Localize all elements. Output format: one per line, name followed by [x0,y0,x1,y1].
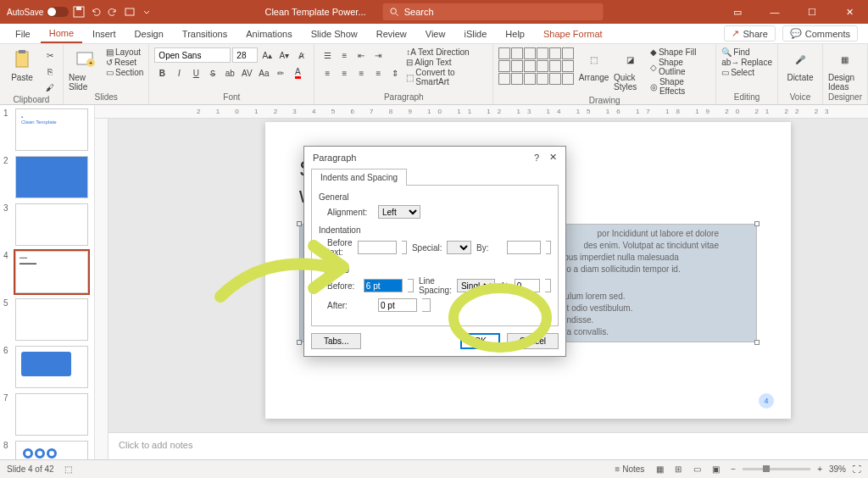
decrease-font-icon[interactable]: A▾ [276,47,292,63]
strikethrough-icon[interactable]: S̶ [205,65,220,81]
reading-view-icon[interactable]: ▭ [688,463,705,476]
justify-icon[interactable]: ≡ [370,65,386,81]
underline-icon[interactable]: U [188,65,203,81]
cut-icon[interactable]: ✂ [42,47,58,63]
zoom-value[interactable]: 39% [829,464,846,474]
align-text-button[interactable]: ⊟ Align Text [406,58,487,67]
copy-icon[interactable]: ⎘ [42,64,58,79]
special-select[interactable] [447,241,471,254]
spinner[interactable] [545,279,551,292]
indent-left-icon[interactable]: ⇤ [353,47,369,63]
lang-indicator[interactable]: ⬚ [64,464,72,474]
by-input[interactable] [507,241,541,254]
thumbnail-8[interactable] [15,441,88,459]
align-right-icon[interactable]: ≡ [353,65,369,81]
dictate-button[interactable]: 🎤 Dictate [783,47,817,82]
shadow-icon[interactable]: ab [222,65,237,81]
font-color-icon[interactable]: A [290,65,305,81]
bullets-icon[interactable]: ☰ [320,47,335,63]
spinner[interactable] [546,241,551,254]
notes-area[interactable]: Click to add notes [108,432,868,459]
font-size-input[interactable] [232,47,258,63]
align-center-icon[interactable]: ≡ [337,65,352,81]
new-slide-button[interactable]: + New Slide [69,47,103,92]
increase-font-icon[interactable]: A▴ [259,47,275,63]
tab-indents-spacing[interactable]: Indents and Spacing [311,169,407,186]
sorter-view-icon[interactable]: ⊞ [670,463,687,476]
thumbnail-7[interactable] [15,393,88,436]
arrange-button[interactable]: ⬚ Arrange [577,47,610,82]
zoom-in-icon[interactable]: + [817,464,822,474]
numbering-icon[interactable]: ≡ [337,47,352,63]
tab-design[interactable]: Design [126,25,172,42]
maximize-icon[interactable]: ☐ [793,0,831,24]
before-input[interactable] [364,279,403,292]
tab-shape-format[interactable]: Shape Format [535,25,611,42]
spinner[interactable] [422,298,431,312]
normal-view-icon[interactable]: ▦ [651,463,668,476]
search-box[interactable] [383,3,604,20]
section-button[interactable]: ▭ Section [106,68,143,77]
select-button[interactable]: ▭ Select [721,68,772,77]
ribbon-options-icon[interactable]: ▭ [719,0,756,24]
smartart-button[interactable]: ⬚ Convert to SmartArt [406,68,487,86]
thumbnail-4[interactable]: ━━━▬▬▬▬ [15,251,88,293]
font-name-input[interactable] [154,47,231,63]
after-input[interactable] [378,298,417,312]
tab-transitions[interactable]: Transitions [174,25,236,42]
find-button[interactable]: 🔍 Find [721,47,772,57]
tab-animations[interactable]: Animations [237,25,300,42]
design-ideas-button[interactable]: ▦ Design Ideas [828,47,862,92]
spacing-icon[interactable]: AV [239,65,254,81]
dialog-close-icon[interactable]: ✕ [549,152,557,163]
format-painter-icon[interactable]: 🖌 [42,80,58,95]
redo-icon[interactable] [106,5,120,19]
text-direction-button[interactable]: ↕A Text Direction [406,47,487,57]
spinner[interactable] [402,241,407,254]
dialog-help-icon[interactable]: ? [534,153,539,163]
zoom-out-icon[interactable]: − [731,464,736,474]
notes-button[interactable]: ≡ Notes [615,464,645,474]
spinner[interactable] [408,279,414,292]
tab-slideshow[interactable]: Slide Show [303,25,366,42]
line-spacing-select[interactable]: Singl [457,279,495,292]
thumbnail-panel[interactable]: 1▪Clean Template 2 3 4━━━▬▬▬▬ 5 6 7 8 [0,105,95,459]
at-input[interactable] [515,279,540,292]
tab-help[interactable]: Help [497,25,533,42]
tab-file[interactable]: File [7,25,39,42]
tab-insert[interactable]: Insert [84,25,125,42]
paste-button[interactable]: Paste [5,47,39,82]
italic-icon[interactable]: I [171,65,186,81]
slideshow-view-icon[interactable]: ▣ [707,463,724,476]
quick-styles-button[interactable]: ◪ Quick Styles [614,47,647,92]
align-left-icon[interactable]: ≡ [320,65,335,81]
shape-fill-button[interactable]: ◆ Shape Fill [650,47,710,57]
share-button[interactable]: ↗Share [724,25,775,42]
line-spacing-icon[interactable]: ⇕ [387,65,403,81]
thumbnail-3[interactable] [15,203,88,246]
highlight-icon[interactable]: ✏ [273,65,288,81]
qat-dropdown-icon[interactable] [140,5,153,19]
save-icon[interactable] [72,5,86,19]
bold-icon[interactable]: B [154,65,170,81]
thumbnail-5[interactable] [15,298,88,341]
search-input[interactable] [404,7,597,17]
reset-button[interactable]: ↺ Reset [106,58,143,67]
tab-view[interactable]: View [417,25,454,42]
thumbnail-2[interactable] [15,156,88,198]
case-icon[interactable]: Aa [256,65,271,81]
autosave-toggle[interactable]: AutoSave [7,7,69,17]
before-text-input[interactable] [358,241,397,254]
fit-window-icon[interactable]: ⛶ [853,464,861,474]
zoom-slider[interactable] [743,468,810,470]
tabs-button[interactable]: Tabs... [311,333,361,349]
clear-format-icon[interactable]: A̷ [293,47,309,63]
tab-home[interactable]: Home [41,25,82,43]
minimize-icon[interactable]: — [756,0,793,24]
comments-button[interactable]: 💬Comments [782,25,858,42]
shape-outline-button[interactable]: ◇ Shape Outline [650,58,710,76]
tab-islide[interactable]: iSlide [455,25,495,42]
indent-right-icon[interactable]: ⇥ [370,47,386,63]
replace-button[interactable]: ab→ Replace [721,58,772,67]
tab-review[interactable]: Review [368,25,415,42]
